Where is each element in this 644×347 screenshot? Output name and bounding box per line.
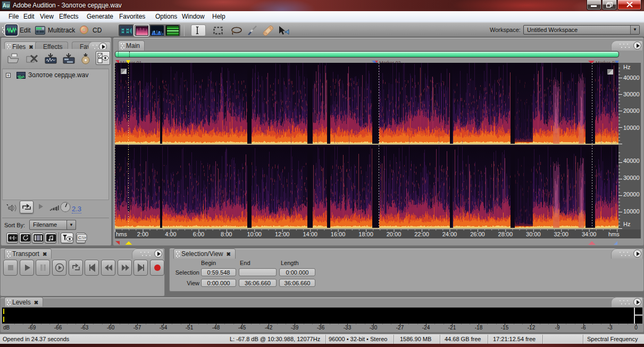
svg-text:-36: -36 (317, 325, 325, 331)
svg-text:-24: -24 (422, 325, 430, 331)
svg-text:-30: -30 (370, 325, 378, 331)
svg-text:hms: hms (608, 231, 620, 237)
svg-text:24:00: 24:00 (442, 231, 457, 237)
svg-text:20000: 20000 (623, 108, 640, 114)
svg-text:8:00: 8:00 (221, 231, 232, 237)
svg-text:-57: -57 (133, 325, 141, 331)
svg-text:Hz: Hz (623, 64, 630, 70)
svg-text:40000: 40000 (623, 158, 640, 164)
svg-text:-21: -21 (448, 325, 456, 331)
svg-text:-69: -69 (28, 325, 36, 331)
svg-text:Hz: Hz (623, 221, 630, 227)
svg-text:-9: -9 (555, 325, 560, 331)
svg-text:-48: -48 (212, 325, 220, 331)
svg-text:C:\>: C:\> (78, 235, 86, 240)
svg-text:40000: 40000 (623, 75, 640, 81)
svg-text:30000: 30000 (623, 175, 640, 181)
svg-text:32:00: 32:00 (554, 231, 568, 237)
svg-text:-33: -33 (344, 325, 352, 331)
svg-text:6:00: 6:00 (193, 231, 204, 237)
svg-text:18:00: 18:00 (358, 231, 373, 237)
svg-text:10000: 10000 (623, 208, 640, 214)
svg-text:20000: 20000 (623, 191, 640, 197)
svg-text:2:00: 2:00 (137, 231, 148, 237)
svg-text:-18: -18 (475, 325, 483, 331)
svg-text:dB: dB (3, 325, 10, 331)
svg-text:12:00: 12:00 (275, 231, 290, 237)
svg-text:22:00: 22:00 (414, 231, 429, 237)
svg-text:0: 0 (634, 325, 638, 331)
svg-text:-60: -60 (107, 325, 115, 331)
svg-text:-39: -39 (291, 325, 299, 331)
svg-text:30000: 30000 (623, 91, 640, 97)
svg-text:10:00: 10:00 (247, 231, 262, 237)
svg-text:30:00: 30:00 (526, 231, 541, 237)
svg-text:-66: -66 (54, 325, 62, 331)
svg-text:hms: hms (116, 231, 127, 237)
svg-text:14:00: 14:00 (303, 231, 317, 237)
svg-text:-15: -15 (501, 325, 509, 331)
svg-text:26:00: 26:00 (470, 231, 485, 237)
svg-text:-63: -63 (81, 325, 89, 331)
svg-text:-3: -3 (608, 325, 613, 331)
svg-text:-6: -6 (581, 325, 586, 331)
svg-text:-45: -45 (238, 325, 246, 331)
svg-text:20:00: 20:00 (387, 231, 402, 237)
svg-text:-12: -12 (528, 325, 536, 331)
svg-text:-42: -42 (265, 325, 273, 331)
svg-text:-27: -27 (396, 325, 404, 331)
svg-text:-51: -51 (186, 325, 194, 331)
svg-text:28:00: 28:00 (498, 231, 513, 237)
svg-text:10000: 10000 (623, 125, 640, 131)
svg-text:-54: -54 (160, 325, 168, 331)
svg-text:34:00: 34:00 (582, 231, 597, 237)
svg-text:4:00: 4:00 (165, 231, 176, 237)
svg-text:16:00: 16:00 (331, 231, 346, 237)
